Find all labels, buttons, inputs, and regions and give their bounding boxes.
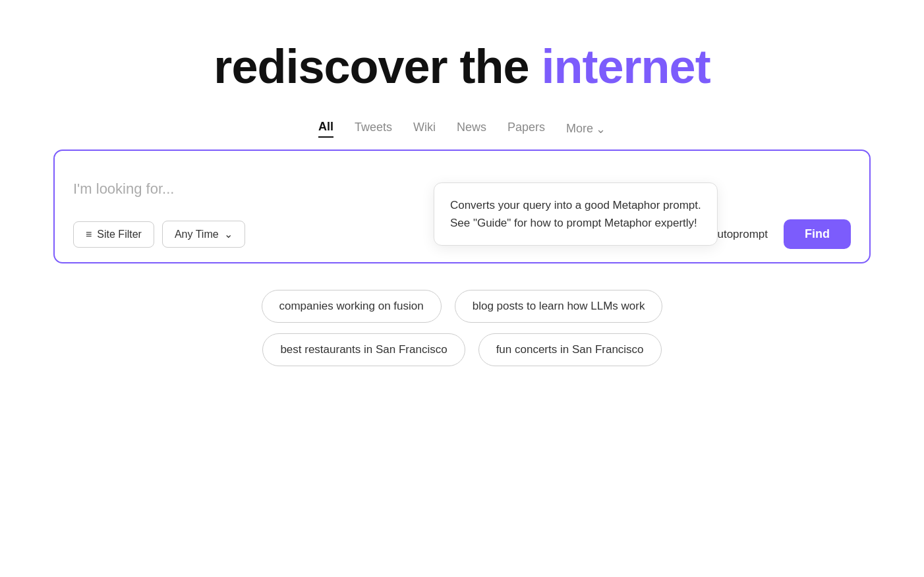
suggestion-chip-4[interactable]: fun concerts in San Francisco (478, 333, 662, 366)
chevron-down-icon-time: ⌄ (224, 228, 233, 240)
tab-papers[interactable]: Papers (507, 121, 545, 137)
title-highlight: internet (542, 40, 710, 93)
tab-all[interactable]: All (318, 120, 333, 138)
autoprompt-label: Autoprompt (710, 228, 768, 241)
suggestions-row-1: companies working on fusion blog posts t… (262, 290, 663, 323)
any-time-button[interactable]: Any Time ⌄ (162, 221, 245, 248)
find-button[interactable]: Find (784, 219, 851, 249)
suggestions-container: companies working on fusion blog posts t… (262, 290, 663, 366)
tab-news[interactable]: News (457, 121, 486, 137)
title-plain: rediscover the (214, 40, 541, 93)
site-filter-button[interactable]: ≡ Site Filter (73, 221, 154, 248)
site-filter-label: Site Filter (97, 229, 142, 240)
tab-wiki[interactable]: Wiki (413, 121, 436, 137)
suggestion-chip-3[interactable]: best restaurants in San Francisco (262, 333, 465, 366)
tab-more[interactable]: More ⌄ (566, 122, 606, 136)
tabs-bar: All Tweets Wiki News Papers More ⌄ (318, 120, 606, 138)
any-time-label: Any Time (175, 229, 219, 240)
suggestion-chip-2[interactable]: blog posts to learn how LLMs work (455, 290, 663, 323)
page-title: rediscover the internet (214, 40, 710, 94)
chevron-down-icon: ⌄ (596, 122, 606, 136)
autoprompt-tooltip: Converts your query into a good Metaphor… (434, 182, 718, 246)
tooltip-line1: Converts your query into a good Metaphor… (450, 199, 701, 211)
suggestions-row-2: best restaurants in San Francisco fun co… (262, 333, 661, 366)
filter-icon: ≡ (86, 229, 92, 240)
search-container: Converts your query into a good Metaphor… (53, 150, 871, 263)
suggestion-chip-1[interactable]: companies working on fusion (262, 290, 442, 323)
tab-tweets[interactable]: Tweets (355, 121, 392, 137)
tooltip-line2: See "Guide" for how to prompt Metaphor e… (450, 217, 697, 229)
